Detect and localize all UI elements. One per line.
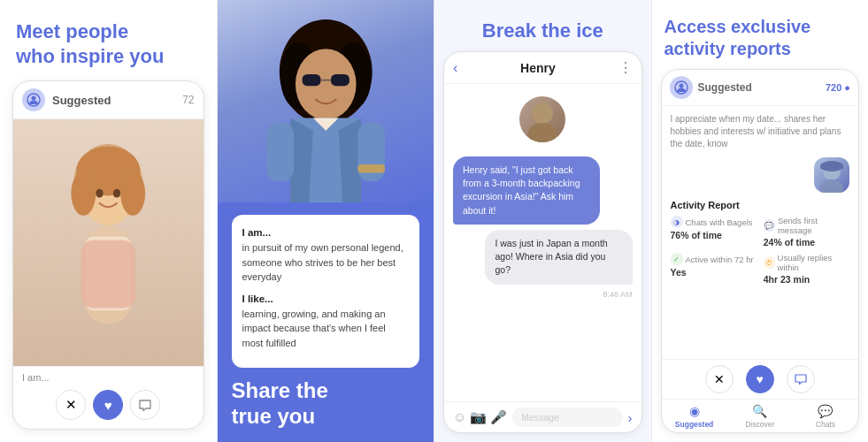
act-chat-button[interactable] <box>787 365 815 393</box>
suggested-label: Suggested <box>52 94 175 107</box>
nav-chats[interactable]: 💬 Chats <box>793 404 858 429</box>
chat-input-row: ☺ 📷 🎤 Message › <box>444 401 641 432</box>
stat4-value: 4hr 23 min <box>764 274 849 285</box>
svg-rect-22 <box>357 164 385 173</box>
svg-rect-17 <box>330 74 349 86</box>
act-report-title: Activity Report <box>671 200 850 210</box>
msg-stat-icon: 💬 <box>764 219 775 232</box>
chat-button[interactable] <box>130 390 160 420</box>
camera-icon[interactable]: 📷 <box>470 409 487 425</box>
panel2-photo <box>218 0 434 202</box>
stat2-value: 24% of time <box>764 237 849 248</box>
chat-mockup: ‹ Henry ⋮ Henry said, "I just got back f… <box>443 51 642 433</box>
svg-rect-30 <box>820 166 843 169</box>
panel-activity: Access exclusive activity reports Sugges… <box>651 0 869 442</box>
svg-point-24 <box>528 123 557 142</box>
chat-time: 8:46 AM <box>453 290 633 299</box>
act-avatar-icon <box>670 76 693 99</box>
svg-rect-9 <box>81 240 135 309</box>
stat1-value: 76% of time <box>671 230 757 240</box>
heart-button[interactable]: ♥ <box>93 390 123 420</box>
send-icon[interactable]: › <box>628 410 633 425</box>
bio-card: I am... in pursuit of my own personal le… <box>232 215 420 369</box>
chat-header: ‹ Henry ⋮ <box>444 52 641 84</box>
act-profile-row <box>671 157 850 193</box>
panel3-headline: Break the ice <box>434 0 651 51</box>
chat-avatar <box>519 96 565 142</box>
nav-suggested[interactable]: ◉ Suggested <box>662 404 727 429</box>
section1-text: in pursuit of my own personal legend, so… <box>242 240 410 285</box>
action-buttons: ✕ ♥ <box>22 388 195 423</box>
panel2-headline: Share the true you <box>232 378 420 430</box>
nav-discover[interactable]: 🔍 Discover <box>727 404 793 429</box>
stat-replies: ⏱ Usually replies within 4hr 23 min <box>764 253 849 285</box>
more-icon[interactable]: ⋮ <box>618 59 633 76</box>
svg-point-1 <box>32 96 36 101</box>
act-body: I appreciate when my date... shares her … <box>662 106 859 359</box>
act-suggested-label: Suggested <box>698 81 820 94</box>
panel-break-ice: Break the ice ‹ Henry ⋮ Henry said, "I j… <box>434 0 651 442</box>
svg-point-6 <box>120 171 145 216</box>
section2-text: learning, growing, and making an impact … <box>242 307 410 351</box>
section2-label: I like... <box>242 292 410 307</box>
svg-rect-16 <box>302 74 320 86</box>
panel4-headline: Access exclusive activity reports <box>652 0 869 69</box>
act-report-grid: ◑ Chats with Bagels 76% of time 💬 Sends … <box>671 216 850 285</box>
close-button[interactable]: ✕ <box>56 390 86 420</box>
svg-point-28 <box>820 179 843 193</box>
profile-photo <box>13 119 204 366</box>
panel-meet-people: Meet people who inspire you Suggested 72 <box>0 0 217 442</box>
phone-top-bar: Suggested 72 <box>13 81 204 119</box>
svg-rect-20 <box>266 122 294 181</box>
act-preview-text: I appreciate when my date... shares her … <box>671 113 850 150</box>
bottom-navigation: ◉ Suggested 🔍 Discover 💬 Chats <box>662 399 859 432</box>
profile-bottom: I am... ✕ ♥ <box>13 366 204 429</box>
svg-point-10 <box>96 189 103 198</box>
mic-icon[interactable]: 🎤 <box>490 409 507 425</box>
section1-label: I am... <box>242 225 410 240</box>
stat-active: ✓ Active within 72 hr Yes <box>671 253 757 285</box>
stat-first-msg: 💬 Sends first message 24% of time <box>764 216 849 248</box>
act-top-bar: Suggested 720 ● <box>662 70 859 106</box>
act-profile-avatar <box>814 157 849 193</box>
discover-nav-icon: 🔍 <box>752 404 767 418</box>
act-badge: 720 ● <box>826 82 850 93</box>
chat-bubble-them: Henry said, "I just got back from a 3-mo… <box>453 156 600 225</box>
message-input[interactable]: Message <box>512 408 622 427</box>
activity-mockup: Suggested 720 ● I appreciate when my dat… <box>661 69 860 433</box>
suggested-nav-icon: ◉ <box>689 404 700 418</box>
chat-bubble-me: I was just in Japan a month ago! Where i… <box>485 230 632 285</box>
panel2-bottom: I am... in pursuit of my own personal le… <box>218 202 434 442</box>
act-close-button[interactable]: ✕ <box>705 365 734 393</box>
chats-nav-icon: 💬 <box>818 404 833 418</box>
svg-point-23 <box>532 103 553 124</box>
phone-mockup-1: Suggested 72 <box>12 80 204 430</box>
act-heart-button[interactable]: ♥ <box>746 365 774 393</box>
chat-messages: Henry said, "I just got back from a 3-mo… <box>444 151 641 401</box>
panel-share: I am... in pursuit of my own personal le… <box>217 0 434 442</box>
i-am-label: I am... <box>22 372 195 383</box>
badge-count: 72 <box>182 94 194 106</box>
clock-stat-icon: ⏱ <box>764 256 775 269</box>
emoji-icon[interactable]: ☺ <box>453 409 466 425</box>
stat3-value: Yes <box>671 267 757 278</box>
svg-point-5 <box>71 171 96 216</box>
chat-person-name: Henry <box>463 61 612 75</box>
back-icon[interactable]: ‹ <box>453 60 457 76</box>
panel1-headline: Meet people who inspire you <box>0 0 217 80</box>
stat-chats: ◑ Chats with Bagels 76% of time <box>671 216 757 248</box>
act-action-buttons: ✕ ♥ <box>662 359 859 399</box>
svg-point-26 <box>679 84 683 88</box>
avatar-icon <box>22 88 45 111</box>
svg-point-11 <box>113 189 120 198</box>
check-stat-icon: ✓ <box>671 253 683 265</box>
chat-stat-icon: ◑ <box>671 216 683 228</box>
